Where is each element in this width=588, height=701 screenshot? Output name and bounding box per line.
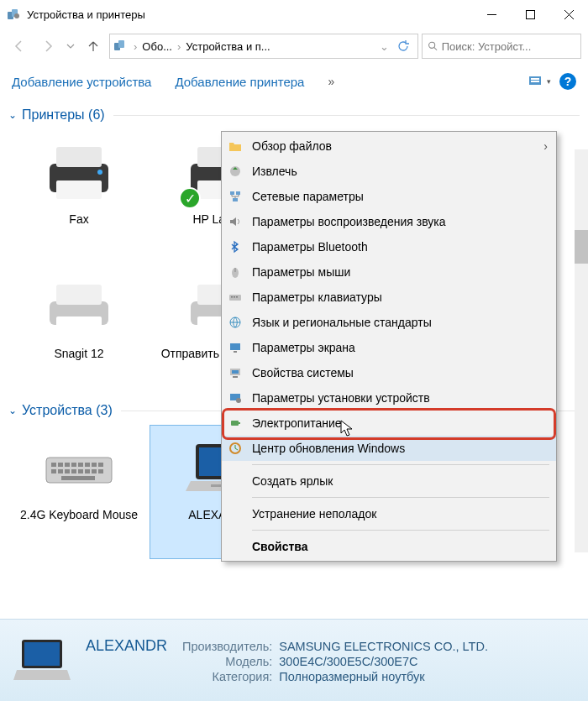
- nav-bar: › Обо... › Устройства и п... ⌄: [0, 29, 588, 64]
- collapse-icon: ⌄: [8, 109, 17, 121]
- svg-point-9: [429, 42, 435, 48]
- cursor-icon: [340, 420, 355, 438]
- computer-icon: [227, 364, 244, 381]
- recent-dropdown[interactable]: [64, 34, 77, 59]
- menu-item-region[interactable]: Язык и региональные стандарты: [222, 310, 556, 335]
- add-printer-link[interactable]: Добавление принтера: [175, 75, 304, 89]
- forward-button[interactable]: [35, 34, 60, 59]
- add-device-link[interactable]: Добавление устройства: [12, 75, 151, 89]
- window-title: Устройства и принтеры: [27, 8, 472, 21]
- details-key: Модель:: [182, 655, 272, 668]
- breadcrumb-segment[interactable]: Устройства и п...: [182, 40, 273, 53]
- svg-rect-55: [236, 191, 240, 195]
- menu-separator: [252, 464, 549, 465]
- keyboard-icon: [227, 289, 244, 306]
- chevron-down-icon[interactable]: ⌄: [378, 40, 392, 53]
- folder-icon: [227, 138, 244, 154]
- breadcrumb-segment[interactable]: Обо...: [139, 40, 176, 53]
- svg-point-70: [236, 398, 241, 403]
- details-key: Производитель:: [182, 640, 272, 653]
- overflow-button[interactable]: »: [328, 75, 334, 88]
- menu-item-mouse[interactable]: Параметры мыши: [222, 259, 556, 285]
- close-button[interactable]: [549, 0, 588, 29]
- svg-rect-30: [58, 463, 63, 467]
- details-key: Категория:: [182, 670, 272, 683]
- svg-rect-31: [65, 463, 70, 467]
- menu-item-troubleshoot[interactable]: Устранение неполадок: [222, 501, 556, 526]
- svg-rect-67: [232, 370, 239, 374]
- laptop-icon: [13, 635, 71, 687]
- context-menu: Обзор файлов› Извлечь Сетевые параметры …: [221, 131, 557, 562]
- svg-rect-15: [56, 147, 102, 167]
- svg-rect-16: [56, 180, 102, 199]
- gear-icon: [227, 390, 244, 406]
- device-item-fax[interactable]: Fax: [8, 129, 150, 264]
- group-title: Устройства (3): [22, 403, 113, 418]
- menu-item-bluetooth[interactable]: Параметры Bluetooth: [222, 234, 556, 259]
- menu-separator: [252, 530, 549, 531]
- svg-rect-37: [51, 469, 56, 473]
- window-icon: [7, 8, 20, 21]
- svg-rect-61: [234, 296, 235, 298]
- svg-point-2: [14, 13, 19, 18]
- svg-line-10: [434, 48, 437, 50]
- maximize-button[interactable]: [511, 0, 549, 29]
- svg-rect-44: [98, 469, 103, 473]
- menu-item-sysprops[interactable]: Свойства системы: [222, 360, 556, 385]
- menu-item-display[interactable]: Параметры экрана: [222, 335, 556, 360]
- menu-item-eject[interactable]: Извлечь: [222, 159, 556, 184]
- scrollbar-thumb[interactable]: [575, 230, 588, 264]
- svg-rect-41: [78, 469, 83, 473]
- svg-point-17: [97, 170, 102, 175]
- svg-rect-23: [56, 285, 102, 305]
- menu-item-power[interactable]: Электропитание: [222, 411, 556, 436]
- menu-item-properties[interactable]: Свойства: [222, 534, 556, 559]
- printer-icon: [41, 273, 117, 340]
- group-header-printers[interactable]: ⌄ Принтеры (6): [8, 107, 580, 123]
- menu-item-sound[interactable]: Параметры воспроизведения звука: [222, 209, 556, 234]
- svg-rect-29: [51, 463, 56, 467]
- menu-item-shortcut[interactable]: Создать ярлык: [222, 468, 556, 494]
- svg-rect-35: [92, 463, 97, 467]
- help-button[interactable]: ?: [559, 73, 576, 90]
- up-button[interactable]: [81, 34, 106, 59]
- search-input[interactable]: [442, 40, 575, 53]
- svg-rect-64: [230, 343, 240, 350]
- svg-rect-39: [65, 469, 70, 473]
- chevron-icon: ›: [132, 40, 139, 53]
- svg-rect-42: [85, 469, 90, 473]
- svg-rect-65: [234, 351, 237, 353]
- svg-rect-4: [526, 10, 534, 18]
- svg-rect-8: [118, 40, 124, 48]
- menu-item-winupdate[interactable]: Центр обновления Windows: [222, 436, 556, 461]
- network-icon: [227, 188, 244, 205]
- update-icon: [227, 440, 244, 457]
- refresh-button[interactable]: [392, 39, 414, 53]
- search-box[interactable]: [422, 34, 581, 59]
- details-pane: ALEXANDR Производитель: SAMSUNG ELECTRON…: [0, 619, 588, 701]
- svg-rect-45: [61, 476, 95, 480]
- breadcrumb[interactable]: › Обо... › Устройства и п... ⌄: [109, 34, 418, 59]
- menu-item-keyboard[interactable]: Параметры клавиатуры: [222, 285, 556, 310]
- back-button[interactable]: [7, 34, 32, 59]
- device-item-keyboard[interactable]: 2.4G Keyboard Mouse: [8, 425, 150, 559]
- bluetooth-icon: [227, 238, 244, 255]
- menu-item-browse[interactable]: Обзор файлов›: [222, 133, 556, 159]
- svg-rect-36: [98, 463, 103, 467]
- svg-rect-24: [56, 316, 102, 333]
- svg-rect-54: [230, 191, 234, 195]
- svg-rect-72: [239, 422, 240, 424]
- svg-rect-33: [78, 463, 83, 467]
- power-icon: [227, 415, 244, 432]
- submenu-arrow-icon: ›: [543, 139, 548, 153]
- chevron-icon: ›: [176, 40, 182, 53]
- view-options-button[interactable]: ▾: [528, 75, 551, 88]
- device-item-snagit[interactable]: Snagit 12: [8, 264, 150, 398]
- scrollbar[interactable]: [575, 149, 588, 552]
- group-title: Принтеры (6): [22, 107, 105, 123]
- menu-item-network[interactable]: Сетевые параметры: [222, 184, 556, 209]
- toolbar: Добавление устройства Добавление принтер…: [0, 64, 588, 99]
- svg-rect-62: [236, 296, 238, 298]
- minimize-button[interactable]: [472, 0, 511, 29]
- menu-item-devinstall[interactable]: Параметры установки устройств: [222, 385, 556, 411]
